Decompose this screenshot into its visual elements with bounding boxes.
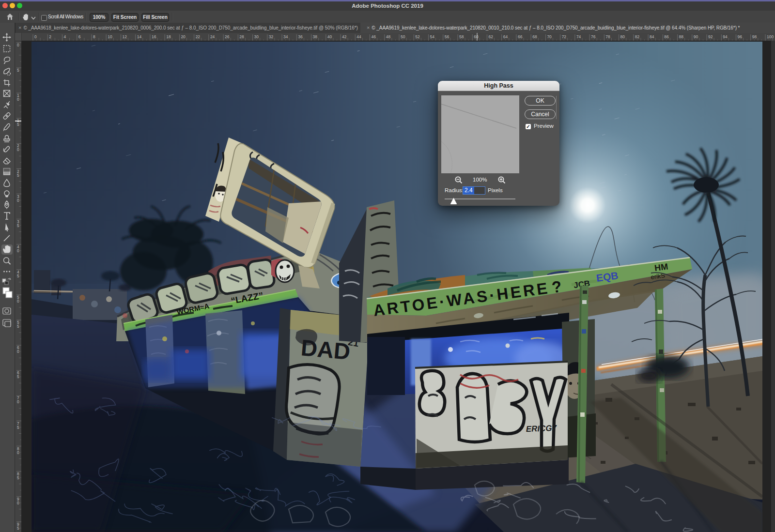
svg-text:0: 0 bbox=[17, 450, 19, 455]
svg-text:8: 8 bbox=[93, 34, 95, 39]
svg-text:0: 0 bbox=[17, 198, 19, 203]
svg-text:60: 60 bbox=[474, 34, 479, 39]
svg-text:5: 5 bbox=[17, 324, 19, 329]
svg-text:32: 32 bbox=[269, 34, 274, 39]
svg-text:5: 5 bbox=[17, 274, 19, 278]
svg-text:0: 0 bbox=[17, 248, 19, 253]
svg-text:58: 58 bbox=[459, 34, 464, 39]
svg-text:0: 0 bbox=[17, 299, 19, 304]
svg-text:0: 0 bbox=[17, 399, 19, 404]
svg-text:5: 5 bbox=[17, 374, 19, 379]
svg-text:14: 14 bbox=[137, 34, 142, 39]
svg-text:74: 74 bbox=[576, 34, 581, 39]
svg-text:66: 66 bbox=[518, 34, 523, 39]
svg-text:6: 6 bbox=[78, 34, 81, 39]
svg-text:78: 78 bbox=[605, 34, 610, 39]
svg-text:5: 5 bbox=[17, 122, 19, 127]
svg-text:26: 26 bbox=[225, 34, 230, 39]
svg-text:64: 64 bbox=[503, 34, 508, 39]
svg-text:5: 5 bbox=[17, 425, 19, 430]
svg-text:84: 84 bbox=[650, 34, 654, 39]
svg-text:48: 48 bbox=[386, 34, 391, 39]
svg-text:70: 70 bbox=[547, 34, 552, 39]
svg-text:86: 86 bbox=[664, 34, 669, 39]
svg-text:88: 88 bbox=[679, 34, 684, 39]
svg-text:0: 0 bbox=[17, 501, 19, 505]
svg-text:36: 36 bbox=[298, 34, 303, 39]
svg-text:56: 56 bbox=[445, 34, 450, 39]
svg-text:50: 50 bbox=[401, 34, 405, 39]
svg-text:16: 16 bbox=[152, 34, 156, 39]
svg-text:46: 46 bbox=[372, 34, 376, 39]
svg-text:5: 5 bbox=[17, 173, 19, 178]
svg-text:82: 82 bbox=[635, 34, 640, 39]
svg-text:0: 0 bbox=[34, 34, 37, 39]
svg-text:0: 0 bbox=[17, 97, 19, 102]
svg-text:5: 5 bbox=[17, 526, 19, 531]
svg-text:5: 5 bbox=[17, 475, 19, 480]
svg-text:0: 0 bbox=[17, 43, 19, 47]
svg-text:28: 28 bbox=[239, 34, 244, 39]
svg-text:HM: HM bbox=[654, 262, 668, 273]
svg-text:76: 76 bbox=[591, 34, 596, 39]
svg-text:98: 98 bbox=[752, 34, 757, 39]
svg-text:18: 18 bbox=[166, 34, 171, 39]
svg-text:92: 92 bbox=[708, 34, 713, 39]
svg-text:42: 42 bbox=[342, 34, 347, 39]
svg-text:34: 34 bbox=[283, 34, 288, 39]
svg-text:68: 68 bbox=[532, 34, 537, 39]
svg-text:96: 96 bbox=[738, 34, 743, 39]
svg-text:54: 54 bbox=[430, 34, 434, 39]
svg-text:62: 62 bbox=[488, 34, 493, 39]
svg-text:30: 30 bbox=[254, 34, 259, 39]
svg-text:0: 0 bbox=[17, 349, 19, 354]
svg-text:5: 5 bbox=[17, 223, 19, 228]
svg-text:24: 24 bbox=[210, 34, 215, 39]
svg-text:94: 94 bbox=[723, 34, 728, 39]
svg-text:38: 38 bbox=[313, 34, 318, 39]
svg-text:72: 72 bbox=[562, 34, 567, 39]
svg-text:80: 80 bbox=[620, 34, 625, 39]
svg-text:0: 0 bbox=[17, 147, 19, 152]
svg-text:52: 52 bbox=[415, 34, 420, 39]
svg-text:ERICG7: ERICG7 bbox=[526, 424, 557, 434]
svg-text:10: 10 bbox=[108, 34, 112, 39]
svg-text:2: 2 bbox=[49, 34, 51, 39]
svg-text:20: 20 bbox=[181, 34, 186, 39]
svg-text:4: 4 bbox=[63, 34, 66, 39]
svg-text:90: 90 bbox=[694, 34, 698, 39]
svg-text:22: 22 bbox=[196, 34, 201, 39]
svg-text:40: 40 bbox=[327, 34, 332, 39]
svg-text:12: 12 bbox=[122, 34, 127, 39]
svg-text:44: 44 bbox=[356, 34, 361, 39]
svg-text:5: 5 bbox=[17, 68, 19, 73]
